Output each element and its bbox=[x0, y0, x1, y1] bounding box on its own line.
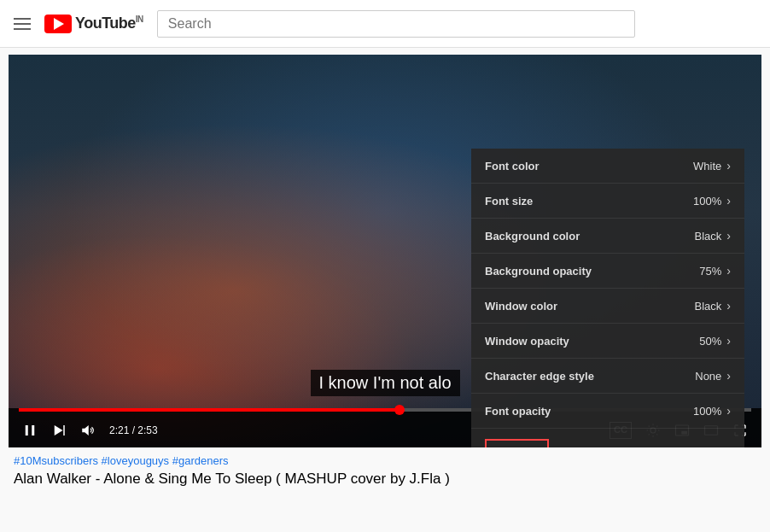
pause-icon bbox=[22, 423, 38, 438]
next-icon bbox=[51, 423, 67, 438]
search-input[interactable] bbox=[157, 10, 635, 38]
window-color-label: Window color bbox=[485, 300, 557, 313]
video-area[interactable]: I know I'm not alo Font color White › Fo… bbox=[9, 55, 761, 447]
caption-text: I know I'm not alo bbox=[311, 370, 460, 396]
video-wrapper: I know I'm not alo Font color White › Fo… bbox=[9, 55, 761, 447]
time-display: 2:21 / 2:53 bbox=[109, 424, 158, 436]
svg-marker-2 bbox=[55, 425, 63, 436]
bg-color-chevron: › bbox=[726, 229, 731, 243]
below-video: #10Msubscribers #loveyouguys #gardeners … bbox=[0, 447, 770, 491]
window-color-chevron: › bbox=[726, 299, 731, 313]
header-left: YouTubeIN bbox=[14, 15, 143, 33]
settings-row-bg-opacity[interactable]: Background opacity 75% › bbox=[471, 254, 744, 289]
settings-row-font-color[interactable]: Font color White › bbox=[471, 149, 744, 184]
bg-opacity-label: Background opacity bbox=[485, 265, 592, 278]
settings-row-font-size[interactable]: Font size 100% › bbox=[471, 184, 744, 219]
hashtags[interactable]: #10Msubscribers #loveyouguys #gardeners bbox=[14, 454, 756, 467]
settings-row-window-color[interactable]: Window color Black › bbox=[471, 289, 744, 324]
edge-style-chevron: › bbox=[726, 369, 731, 383]
svg-rect-0 bbox=[26, 425, 28, 436]
progress-fill bbox=[19, 408, 400, 412]
country-code: IN bbox=[136, 15, 143, 24]
font-size-value: 100% › bbox=[693, 194, 731, 208]
window-opacity-value: 50% › bbox=[699, 334, 731, 348]
bg-opacity-chevron: › bbox=[726, 264, 731, 278]
font-size-label: Font size bbox=[485, 195, 533, 208]
hamburger-icon[interactable] bbox=[14, 18, 31, 30]
next-button[interactable] bbox=[48, 421, 70, 440]
youtube-icon-red bbox=[44, 15, 72, 33]
youtube-wordmark: YouTubeIN bbox=[75, 15, 143, 32]
window-opacity-label: Window opacity bbox=[485, 335, 569, 348]
settings-row-window-opacity[interactable]: Window opacity 50% › bbox=[471, 324, 744, 359]
bg-color-value: Black › bbox=[695, 229, 731, 243]
pause-button[interactable] bbox=[19, 421, 41, 440]
window-color-value: Black › bbox=[695, 299, 731, 313]
svg-rect-1 bbox=[32, 425, 34, 436]
video-title: Alan Walker - Alone & Sing Me To Sleep (… bbox=[14, 471, 756, 488]
settings-row-edge-style[interactable]: Character edge style None › bbox=[471, 359, 744, 394]
settings-row-font-opacity[interactable]: Font opacity 100% › bbox=[471, 394, 744, 429]
reset-row: Reset bbox=[471, 429, 744, 447]
edge-style-label: Character edge style bbox=[485, 370, 594, 383]
font-size-chevron: › bbox=[726, 194, 731, 208]
bg-color-label: Background color bbox=[485, 230, 580, 243]
youtube-text: YouTube bbox=[75, 15, 136, 32]
youtube-play-triangle bbox=[54, 18, 64, 30]
settings-row-bg-color[interactable]: Background color Black › bbox=[471, 219, 744, 254]
settings-dropdown: Font color White › Font size 100% › Back… bbox=[471, 149, 744, 447]
header: YouTubeIN bbox=[0, 0, 770, 48]
volume-button[interactable] bbox=[77, 421, 99, 440]
font-opacity-label: Font opacity bbox=[485, 405, 551, 418]
bg-opacity-value: 75% › bbox=[699, 264, 731, 278]
svg-rect-3 bbox=[63, 425, 65, 436]
svg-marker-4 bbox=[82, 425, 89, 436]
youtube-logo[interactable]: YouTubeIN bbox=[44, 15, 143, 33]
edge-style-value: None › bbox=[695, 369, 731, 383]
font-color-value: White › bbox=[693, 159, 731, 172]
window-opacity-chevron: › bbox=[726, 334, 731, 348]
reset-button[interactable]: Reset bbox=[485, 439, 549, 447]
volume-icon bbox=[80, 423, 96, 438]
font-color-chevron: › bbox=[726, 159, 731, 172]
font-opacity-chevron: › bbox=[726, 404, 731, 418]
font-opacity-value: 100% › bbox=[693, 404, 731, 418]
font-color-label: Font color bbox=[485, 160, 540, 172]
